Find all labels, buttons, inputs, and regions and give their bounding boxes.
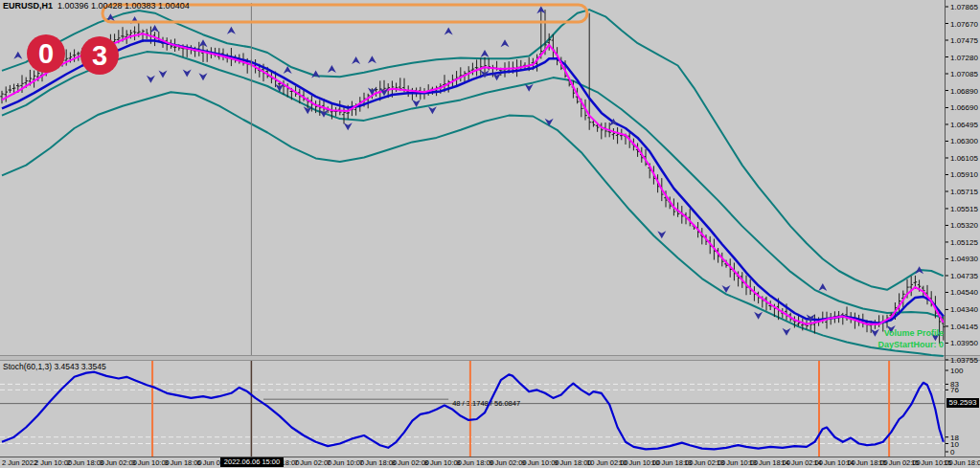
price-axis-label: 1.04340 xyxy=(950,305,978,314)
price-bars xyxy=(0,10,945,344)
trade-arrow-down-icon xyxy=(412,100,421,107)
price-axis-label: 1.06890 xyxy=(950,87,978,96)
price-axis[interactable] xyxy=(946,7,948,360)
price-axis-label: 1.06105 xyxy=(950,154,978,163)
trade-arrow-down-icon xyxy=(344,123,353,130)
ohlc-readout: 1.00396 1.00428 1.00383 1.00404 xyxy=(57,1,190,11)
trade-arrow-down-icon xyxy=(657,231,666,238)
time-axis-label: 2 Jun 2022 xyxy=(2,458,37,467)
stochastic-indicator-label: Stoch(60,1,3) 3.4543 3.3545 xyxy=(3,362,106,371)
measure-label: 48 / 3.1748 / 56.0847 xyxy=(452,399,520,408)
price-axis-label: 1.07085 xyxy=(950,70,978,78)
stochastic-line xyxy=(2,372,944,450)
price-axis-label: 1.05515 xyxy=(950,205,978,213)
stoch-axis-label: 100 xyxy=(950,367,964,375)
red-circle-annotation-0[interactable]: 0 xyxy=(27,34,65,73)
band-upper-teal-line xyxy=(2,10,944,290)
stoch-axis[interactable] xyxy=(946,370,948,452)
chart-title: EURUSD,H11.00396 1.00428 1.00383 1.00404 xyxy=(3,1,190,11)
trade-arrow-up-icon xyxy=(150,25,159,33)
price-axis-label: 1.05125 xyxy=(950,238,978,247)
stoch-current-value-badge: 59.2593 xyxy=(946,398,979,408)
trade-arrow-down-icon xyxy=(199,73,208,80)
price-axis-label: 1.07475 xyxy=(950,36,978,45)
trade-arrow-up-icon xyxy=(444,28,453,35)
symbol-period-label: EURUSD,H1 xyxy=(3,1,53,11)
trade-arrow-up-icon xyxy=(13,52,22,59)
trade-arrow-up-icon xyxy=(328,65,336,73)
price-axis-label: 1.06300 xyxy=(950,137,978,145)
price-axis-label: 1.03950 xyxy=(950,339,978,347)
price-axis-label: 1.03755 xyxy=(950,356,978,365)
price-axis-label: 1.07865 xyxy=(950,3,978,11)
trade-arrow-down-icon xyxy=(871,329,879,337)
price-axis-label: 1.07280 xyxy=(950,54,978,62)
trade-arrow-down-icon xyxy=(545,119,554,126)
trade-arrow-down-icon xyxy=(147,76,155,83)
trade-arrow-down-icon xyxy=(183,70,192,78)
time-axis-label: 15 Jun 18:00 xyxy=(944,458,980,467)
price-axis-label: 1.04735 xyxy=(950,272,978,280)
trade-arrow-up-icon xyxy=(352,56,360,64)
mt4-chart-window: 48 / 3.1748 / 56.08471.078651.076701.074… xyxy=(0,0,980,468)
price-axis-label: 1.05715 xyxy=(950,188,978,196)
stoch-axis-label: 0 xyxy=(950,448,955,457)
price-axis-label: 1.05910 xyxy=(950,170,978,179)
trade-arrow-down-icon xyxy=(428,106,437,114)
band-mid-teal-line xyxy=(2,52,944,318)
price-axis-label: 1.06690 xyxy=(950,103,978,112)
trade-arrow-up-icon xyxy=(501,39,510,47)
trade-arrow-down-icon xyxy=(159,70,168,78)
day-start-hour-label: DayStartHour: 0 xyxy=(877,340,944,349)
trade-arrow-up-icon xyxy=(481,50,490,57)
trade-arrow-down-icon xyxy=(783,328,791,336)
price-axis-label: 1.04145 xyxy=(950,323,978,331)
red-circle-annotation-3[interactable]: 3 xyxy=(80,36,119,75)
price-axis-label: 1.05320 xyxy=(950,221,978,230)
stoch-axis-label: 76 xyxy=(950,386,959,394)
trade-arrow-down-icon xyxy=(754,312,763,320)
price-axis-label: 1.06495 xyxy=(950,121,978,129)
crosshair-time-badge: 2022.06.06 15:00 xyxy=(220,457,284,467)
trade-arrow-down-icon xyxy=(525,84,534,92)
price-axis-label: 1.04540 xyxy=(950,288,978,297)
price-axis-label: 1.07670 xyxy=(950,20,978,29)
trade-arrow-up-icon xyxy=(818,283,827,291)
volume-profile-label: Volume Profile xyxy=(884,328,944,338)
trade-arrow-up-icon xyxy=(368,56,376,63)
trade-arrow-up-icon xyxy=(227,27,236,34)
signal-arrows xyxy=(13,6,940,341)
chart-canvas[interactable]: 48 / 3.1748 / 56.08471.078651.076701.074… xyxy=(0,0,980,468)
price-axis-label: 1.04930 xyxy=(950,255,978,263)
